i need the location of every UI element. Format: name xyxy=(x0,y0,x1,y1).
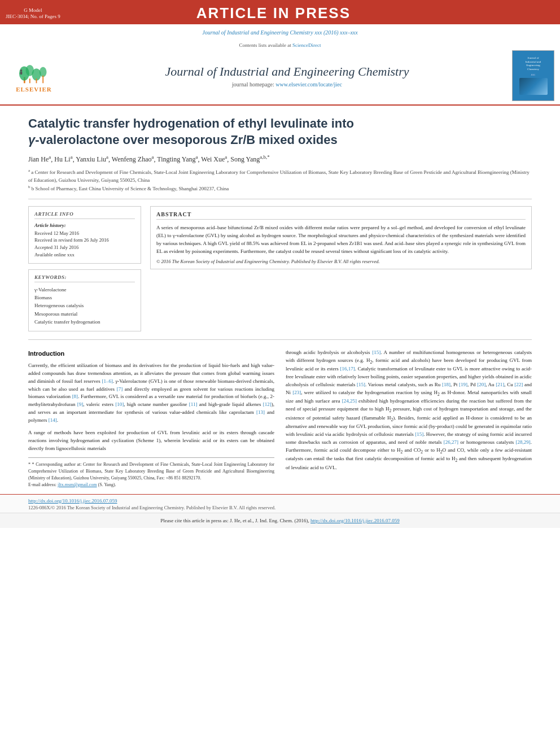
abstract-title: ABSTRACT xyxy=(156,211,526,220)
doi-link[interactable]: http://dx.doi.org/10.1016/j.jiec.2016.07… xyxy=(28,498,117,504)
keyword-1: γ-Valerolactone xyxy=(34,286,135,294)
article-in-press-title: ARTICLE IN PRESS xyxy=(196,5,351,22)
revised-line: Received in revised form 26 July 2016 xyxy=(34,237,135,244)
abstract-text: A series of mesoporous acid–base bifunct… xyxy=(156,224,526,256)
intro-title: Introduction xyxy=(28,349,274,359)
keyword-4: Mesoporous material xyxy=(34,310,135,318)
footnote-text: * * Corresponding author at: Center for … xyxy=(28,461,274,488)
jiec-label: JIEC-3034; No. of Pages 9 xyxy=(6,14,60,19)
main-body: Introduction Currently, the efficient ut… xyxy=(0,340,560,494)
footnote-separator xyxy=(28,457,274,458)
sciencedirect-link[interactable]: ScienceDirect xyxy=(292,42,321,48)
article-in-press-banner: G Model JIEC-3034; No. of Pages 9 ARTICL… xyxy=(0,0,560,24)
elsevier-text: ELSEVIER xyxy=(16,86,52,93)
elsevier-tree-icon xyxy=(17,59,51,85)
article-section: Catalytic transfer hydrogenation of ethy… xyxy=(0,106,560,331)
journal-homepage-line: journal homepage: www.elsevier.com/locat… xyxy=(62,81,512,88)
body-left-col: Introduction Currently, the efficient ut… xyxy=(28,349,274,488)
keyword-2: Biomass xyxy=(34,294,135,302)
article-title: Catalytic transfer hydrogenation of ethy… xyxy=(28,116,532,148)
copyright-line: © 2016 The Korean Society of Industrial … xyxy=(156,259,526,264)
journal-name: Journal of Industrial and Engineering Ch… xyxy=(62,64,512,79)
received-line: Received 12 May 2016 xyxy=(34,230,135,237)
svg-rect-6 xyxy=(36,78,37,83)
keywords-title: Keywords: xyxy=(34,274,135,282)
available-line: Available online xxx xyxy=(34,251,135,259)
cite-bar: Please cite this article in press as: J.… xyxy=(0,513,560,528)
cite-text: Please cite this article in press as: J.… xyxy=(160,518,309,523)
keyword-5: Catalytic transfer hydrogenation xyxy=(34,318,135,326)
page-footer: http://dx.doi.org/10.1016/j.jiec.2016.07… xyxy=(0,494,560,513)
issn-line: 1226-086X/© 2016 The Korean Society of I… xyxy=(28,505,532,510)
doi-line: http://dx.doi.org/10.1016/j.jiec.2016.07… xyxy=(28,498,532,504)
accepted-line: Accepted 31 July 2016 xyxy=(34,244,135,251)
svg-rect-9 xyxy=(20,71,23,74)
article-info-box: Article info Article history: Received 1… xyxy=(28,206,141,264)
two-col-layout: Article info Article history: Received 1… xyxy=(28,206,532,331)
affiliations: a a Center for Research and Development … xyxy=(28,168,532,199)
elsevier-logo: ELSEVIER xyxy=(6,56,62,95)
journal-ref-line: Journal of Industrial and Engineering Ch… xyxy=(0,24,560,38)
intro-para2: A range of methods have been exploited f… xyxy=(28,429,274,453)
svg-point-8 xyxy=(20,69,23,72)
journal-header: Contents lists available at ScienceDirec… xyxy=(0,38,560,106)
footnote-email-link[interactable]: jltx.msm@gmail.com xyxy=(58,482,97,487)
article-history-label: Article history: xyxy=(34,222,135,228)
svg-rect-5 xyxy=(29,78,30,83)
right-para1: through acidic hydrolysis or alcoholysis… xyxy=(286,349,532,472)
intro-para1: Currently, the efficient utilization of … xyxy=(28,362,274,425)
journal-homepage-link[interactable]: www.elsevier.com/locate/jiec xyxy=(275,81,342,88)
cite-link[interactable]: http://dx.doi.org/10.1016/j.jiec.2016.07… xyxy=(310,518,400,523)
page: G Model JIEC-3034; No. of Pages 9 ARTICL… xyxy=(0,0,560,747)
keyword-3: Heterogeneous catalysis xyxy=(34,302,135,309)
journal-title-center: Journal of Industrial and Engineering Ch… xyxy=(62,64,512,88)
article-info-title: Article info xyxy=(34,211,135,219)
body-right-col: through acidic hydrolysis or alcoholysis… xyxy=(286,349,532,488)
keywords-box: Keywords: γ-Valerolactone Biomass Hetero… xyxy=(28,269,141,331)
left-column: Article info Article history: Received 1… xyxy=(28,206,141,331)
right-column: ABSTRACT A series of mesoporous acid–bas… xyxy=(150,206,532,331)
gmodel-label: G Model xyxy=(6,7,60,13)
abstract-box: ABSTRACT A series of mesoporous acid–bas… xyxy=(150,206,532,270)
authors-line: Jian Hea, Hu Lia, Yanxiu Liua, Wenfeng Z… xyxy=(28,154,532,164)
journal-cover-image: Journal ofIndustrial andEngineeringChemi… xyxy=(512,50,554,101)
svg-rect-7 xyxy=(42,75,43,83)
